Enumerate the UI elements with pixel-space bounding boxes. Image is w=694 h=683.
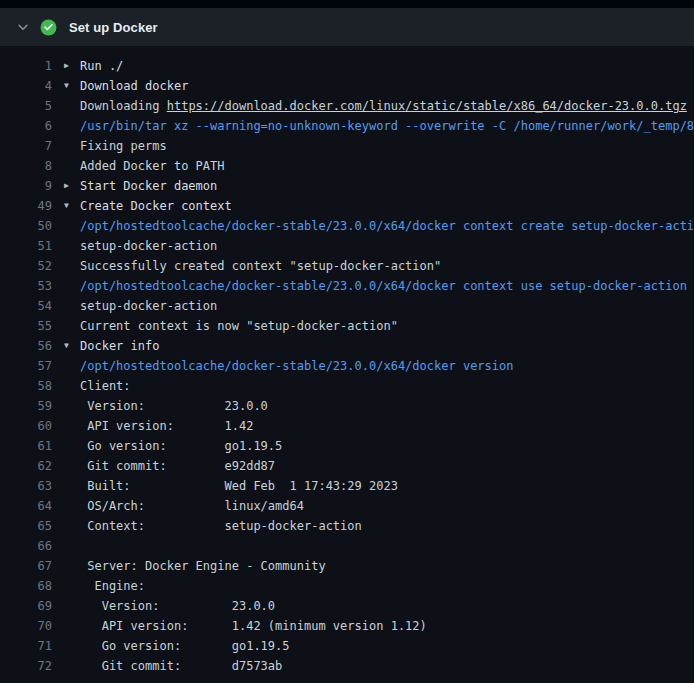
log-text: Git commit: e92dd87: [80, 456, 694, 476]
group-expanded-icon[interactable]: ▼: [64, 196, 80, 216]
line-number[interactable]: 57: [0, 356, 52, 376]
step-title: Set up Docker: [69, 20, 158, 35]
line-number[interactable]: 65: [0, 516, 52, 536]
log-text: Fixing perms: [80, 136, 694, 156]
log-line: 72 Git commit: d7573ab: [0, 656, 694, 676]
log-line: 52Successfully created context "setup-do…: [0, 256, 694, 276]
chevron-down-icon[interactable]: [16, 20, 30, 34]
line-number[interactable]: 61: [0, 436, 52, 456]
gutter-spacer: [64, 576, 80, 596]
line-number[interactable]: 52: [0, 256, 52, 276]
log-line: 6/usr/bin/tar xz --warning=no-unknown-ke…: [0, 116, 694, 136]
log-line: 66: [0, 536, 694, 556]
log-line: 63 Built: Wed Feb 1 17:43:29 2023: [0, 476, 694, 496]
log-command: /usr/bin/tar xz --warning=no-unknown-key…: [80, 116, 694, 136]
gutter-spacer: [64, 616, 80, 636]
gutter-spacer: [64, 116, 80, 136]
log-text: Go version: go1.19.5: [80, 636, 694, 656]
line-number[interactable]: 51: [0, 236, 52, 256]
line-number[interactable]: 9: [0, 176, 52, 196]
log-command: /opt/hostedtoolcache/docker-stable/23.0.…: [80, 356, 694, 376]
line-number[interactable]: 4: [0, 76, 52, 96]
log-line: 4▼Download docker: [0, 76, 694, 96]
group-title[interactable]: Download docker: [80, 76, 694, 96]
group-title[interactable]: Create Docker context: [80, 196, 694, 216]
log-line: 8Added Docker to PATH: [0, 156, 694, 176]
gutter-spacer: [64, 296, 80, 316]
line-number[interactable]: 69: [0, 596, 52, 616]
line-number[interactable]: 5: [0, 96, 52, 116]
gutter-spacer: [64, 656, 80, 676]
log-text: Downloading https://download.docker.com/…: [80, 96, 694, 116]
log-line: 1▶Run ./: [0, 56, 694, 76]
line-number[interactable]: 49: [0, 196, 52, 216]
log-line: 71 Go version: go1.19.5: [0, 636, 694, 656]
line-number[interactable]: 1: [0, 56, 52, 76]
line-number[interactable]: 63: [0, 476, 52, 496]
log-line: 56▼Docker info: [0, 336, 694, 356]
line-number[interactable]: 50: [0, 216, 52, 236]
log-text: Added Docker to PATH: [80, 156, 694, 176]
log-text: Version: 23.0.0: [80, 596, 694, 616]
gutter-spacer: [64, 516, 80, 536]
line-number[interactable]: 70: [0, 616, 52, 636]
log-line: 62 Git commit: e92dd87: [0, 456, 694, 476]
log-line: 57/opt/hostedtoolcache/docker-stable/23.…: [0, 356, 694, 376]
line-number[interactable]: 68: [0, 576, 52, 596]
log-line: 49▼Create Docker context: [0, 196, 694, 216]
line-number[interactable]: 56: [0, 336, 52, 356]
line-number[interactable]: 8: [0, 156, 52, 176]
gutter-spacer: [64, 316, 80, 336]
line-number[interactable]: 6: [0, 116, 52, 136]
line-number[interactable]: 58: [0, 376, 52, 396]
log-container: 1▶Run ./4▼Download docker5Downloading ht…: [0, 46, 694, 676]
top-strip: [0, 0, 694, 8]
log-line: 51setup-docker-action: [0, 236, 694, 256]
line-number[interactable]: 7: [0, 136, 52, 156]
line-number[interactable]: 54: [0, 296, 52, 316]
step-header[interactable]: Set up Docker: [0, 8, 694, 46]
line-number[interactable]: 72: [0, 656, 52, 676]
gutter-spacer: [64, 156, 80, 176]
gutter-spacer: [64, 276, 80, 296]
log-text: Current context is now "setup-docker-act…: [80, 316, 694, 336]
log-text: Engine:: [80, 576, 694, 596]
line-number[interactable]: 53: [0, 276, 52, 296]
log-line: 9▶Start Docker daemon: [0, 176, 694, 196]
log-text: API version: 1.42: [80, 416, 694, 436]
log-command: /opt/hostedtoolcache/docker-stable/23.0.…: [80, 216, 694, 236]
log-text: Downloading: [80, 99, 167, 113]
log-line: 50/opt/hostedtoolcache/docker-stable/23.…: [0, 216, 694, 236]
group-title[interactable]: Start Docker daemon: [80, 176, 694, 196]
gutter-spacer: [64, 136, 80, 156]
gutter-spacer: [64, 96, 80, 116]
log-text: setup-docker-action: [80, 296, 694, 316]
log-line: 64 OS/Arch: linux/amd64: [0, 496, 694, 516]
group-title[interactable]: Docker info: [80, 336, 694, 356]
gutter-spacer: [64, 536, 80, 556]
gutter-spacer: [64, 436, 80, 456]
group-expanded-icon[interactable]: ▼: [64, 336, 80, 356]
log-text: Client:: [80, 376, 694, 396]
line-number[interactable]: 59: [0, 396, 52, 416]
gutter-spacer: [64, 596, 80, 616]
group-collapsed-icon[interactable]: ▶: [64, 56, 80, 76]
line-number[interactable]: 60: [0, 416, 52, 436]
line-number[interactable]: 55: [0, 316, 52, 336]
log-line: 67 Server: Docker Engine - Community: [0, 556, 694, 576]
gutter-spacer: [64, 416, 80, 436]
line-number[interactable]: 62: [0, 456, 52, 476]
log-text: Built: Wed Feb 1 17:43:29 2023: [80, 476, 694, 496]
group-collapsed-icon[interactable]: ▶: [64, 176, 80, 196]
log-line: 61 Go version: go1.19.5: [0, 436, 694, 456]
log-link[interactable]: https://download.docker.com/linux/static…: [167, 99, 687, 113]
line-number[interactable]: 66: [0, 536, 52, 556]
log-text: Go version: go1.19.5: [80, 436, 694, 456]
group-title[interactable]: Run ./: [80, 56, 694, 76]
group-expanded-icon[interactable]: ▼: [64, 76, 80, 96]
line-number[interactable]: 71: [0, 636, 52, 656]
line-number[interactable]: 67: [0, 556, 52, 576]
log-text: Server: Docker Engine - Community: [80, 556, 694, 576]
line-number[interactable]: 64: [0, 496, 52, 516]
gutter-spacer: [64, 356, 80, 376]
